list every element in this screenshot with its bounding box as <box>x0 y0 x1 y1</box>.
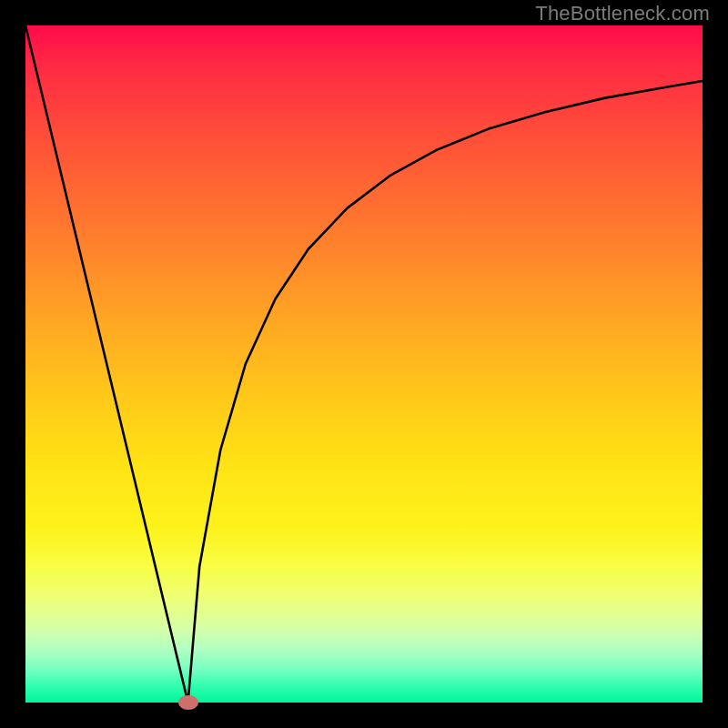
gradient-plot-area <box>25 25 703 703</box>
chart-frame: TheBottleneck.com <box>0 0 728 728</box>
optimal-point-marker <box>178 695 198 710</box>
watermark-text: TheBottleneck.com <box>535 2 710 25</box>
